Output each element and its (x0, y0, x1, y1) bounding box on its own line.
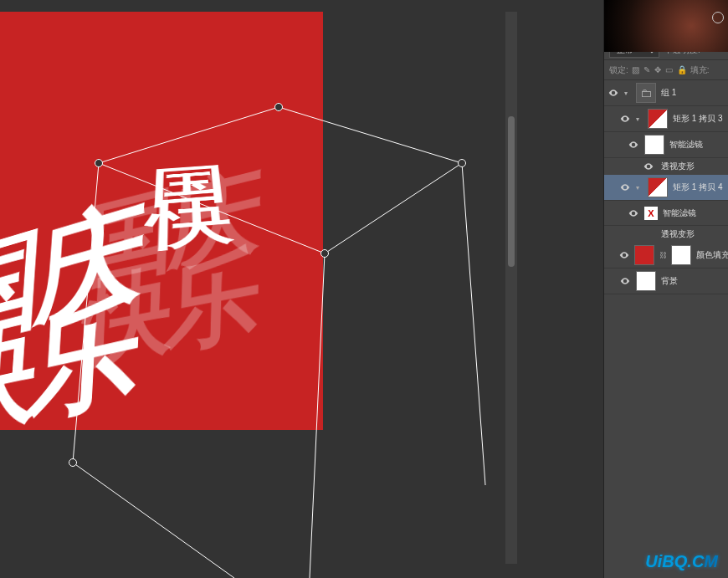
filter-disabled-icon[interactable]: X (644, 207, 658, 220)
visibility-toggle[interactable] (643, 161, 654, 172)
filter-name: 透视变形 (661, 228, 695, 240)
folder-icon: 🗀 (636, 83, 656, 103)
visibility-toggle[interactable] (628, 207, 639, 219)
lock-artboard-icon[interactable]: ▭ (665, 65, 673, 74)
color-sample-marker[interactable] (712, 12, 724, 23)
fill-label: 填充: (690, 64, 710, 76)
visibility-toggle[interactable] (619, 182, 631, 193)
lock-all-icon[interactable]: 🔒 (677, 65, 687, 74)
filter-entry[interactable]: 透视变形 (604, 158, 728, 175)
lock-position-icon[interactable]: ✥ (654, 65, 661, 74)
layers-panel: 图层 通道 路径 Q 类型 ▭ ◐ T ▱ ▣ 正常 不透明度: 锁定: ▨ ✎… (603, 0, 728, 578)
layer-thumbnail[interactable] (648, 109, 668, 129)
layer-name: 矩形 1 拷贝 3 (673, 113, 722, 125)
layer-thumbnail[interactable] (636, 271, 656, 291)
scrollbar-thumb[interactable] (508, 116, 515, 267)
visibility-toggle[interactable] (628, 139, 639, 151)
transform-handle[interactable] (274, 103, 283, 111)
canvas-area[interactable]: 国庆快乐 国快 国庆快乐 (0, 0, 519, 578)
visibility-toggle[interactable] (619, 249, 629, 261)
filter-mask-thumbnail[interactable] (644, 135, 664, 155)
smart-filter-label: 智能滤镜 (669, 139, 703, 151)
expand-toggle[interactable]: ▾ (636, 115, 643, 123)
smart-filter-label: 智能滤镜 (663, 207, 696, 219)
layer-group[interactable]: ▾ 🗀 组 1 (604, 80, 728, 106)
layer-name: 背景 (661, 275, 678, 287)
visibility-toggle[interactable] (619, 275, 631, 287)
expand-toggle[interactable]: ▾ (624, 90, 631, 97)
lock-transparency-icon[interactable]: ▨ (632, 65, 639, 74)
layer-name: 颜色填充 1 (696, 249, 728, 261)
transform-handle[interactable] (69, 458, 77, 467)
layer-thumbnail[interactable] (648, 177, 668, 197)
visibility-toggle[interactable] (643, 228, 654, 240)
color-preview (604, 0, 728, 52)
layer-thumbnail[interactable] (634, 245, 654, 265)
layers-list: ▾ 🗀 组 1 ▾ 矩形 1 拷贝 3 智能滤镜 透视变形 ▾ 矩形 1 拷贝 … (604, 80, 728, 294)
expand-toggle[interactable]: ▾ (636, 184, 643, 192)
lock-label: 锁定: (609, 64, 628, 76)
smart-filter-row[interactable]: X 智能滤镜 (604, 201, 728, 226)
layer-name: 矩形 1 拷贝 4 (673, 182, 722, 193)
transform-handle[interactable] (95, 159, 103, 167)
smart-filter-row[interactable]: 智能滤镜 (604, 132, 728, 158)
watermark: UiBQ.CM (645, 552, 718, 571)
mask-link-icon[interactable]: ⛓ (659, 245, 666, 265)
layer-item[interactable]: ▾ 矩形 1 拷贝 3 (604, 106, 728, 132)
lock-row: 锁定: ▨ ✎ ✥ ▭ 🔒 填充: (604, 60, 728, 80)
svg-line-6 (462, 163, 485, 485)
layer-name: 组 1 (661, 87, 676, 99)
canvas-scrollbar-vertical[interactable] (505, 12, 517, 564)
transform-handle[interactable] (320, 249, 329, 258)
layer-item[interactable]: ▾ 矩形 1 拷贝 4 (604, 175, 728, 201)
transform-handle[interactable] (458, 159, 466, 167)
filter-name: 透视变形 (661, 161, 695, 172)
layer-item[interactable]: ⛓ 颜色填充 1 (604, 243, 728, 269)
lock-paint-icon[interactable]: ✎ (643, 65, 650, 74)
mask-thumbnail[interactable] (671, 245, 691, 265)
visibility-toggle[interactable] (619, 113, 631, 125)
filter-entry[interactable]: 透视变形 (604, 226, 728, 243)
visibility-toggle[interactable] (608, 87, 619, 99)
layer-background[interactable]: 背景 (604, 269, 728, 294)
